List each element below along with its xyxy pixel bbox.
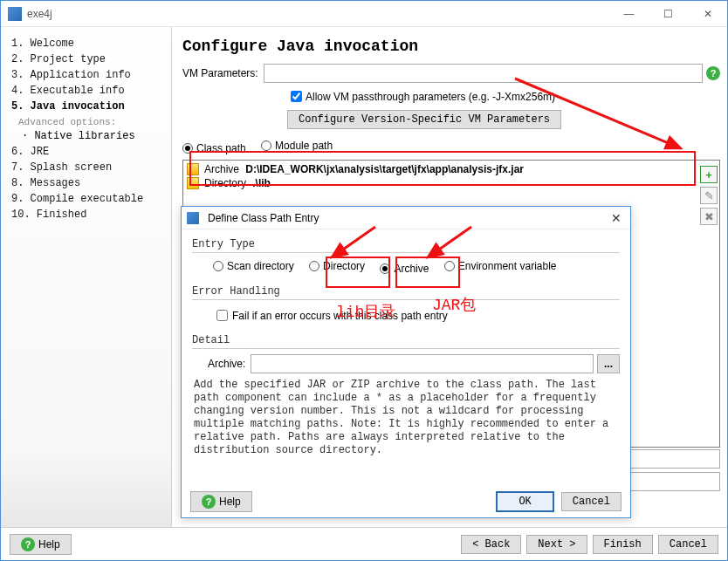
entry-type-scan-radio[interactable]: Scan directory (213, 260, 294, 272)
configure-version-params-button[interactable]: Configure Version-Specific VM Parameters (287, 110, 561, 129)
wizard-sidebar: 1. Welcome 2. Project type 3. Applicatio… (1, 27, 171, 527)
annotation-archive-box (395, 257, 460, 288)
dialog-help-button[interactable]: ?Help (190, 491, 252, 512)
app-icon (8, 7, 22, 21)
help-icon[interactable]: ? (706, 66, 720, 80)
vm-parameters-input[interactable] (264, 64, 703, 83)
sidebar-native-libraries[interactable]: · Native libraries (8, 128, 168, 144)
sidebar-step-8[interactable]: 8. Messages (11, 175, 168, 191)
browse-archive-button[interactable]: ... (597, 354, 620, 373)
dialog-title: Define Class Path Entry (204, 212, 608, 224)
sidebar-step-3[interactable]: 3. Application info (11, 67, 168, 83)
archive-field-label: Archive: (208, 358, 245, 370)
sidebar-step-10[interactable]: 10. Finished (11, 207, 168, 222)
sidebar-step-2[interactable]: 2. Project type (11, 51, 168, 67)
allow-passthrough-input[interactable] (291, 91, 302, 102)
allow-passthrough-label: Allow VM passthrough parameters (e.g. -J… (306, 91, 555, 103)
dialog-ok-button[interactable]: OK (496, 491, 553, 512)
edit-entry-button[interactable]: ✎ (700, 187, 718, 204)
titlebar: exe4j — ☐ ✕ (1, 1, 727, 27)
sidebar-step-9[interactable]: 9. Compile executable (11, 191, 168, 207)
help-button[interactable]: ?Help (10, 534, 72, 555)
modulepath-radio[interactable]: Module path (261, 140, 333, 152)
sidebar-step-1[interactable]: 1. Welcome (11, 36, 168, 51)
dialog-close-button[interactable]: ✕ (608, 209, 625, 227)
maximize-button[interactable]: ☐ (649, 1, 688, 27)
detail-label: Detail (192, 334, 620, 346)
add-entry-button[interactable]: + (700, 166, 718, 183)
dialog-icon (187, 212, 199, 224)
back-button[interactable]: < Back (461, 535, 521, 554)
finish-button[interactable]: Finish (593, 535, 653, 554)
sidebar-step-6[interactable]: 6. JRE (11, 144, 168, 160)
annotation-classpath-box (189, 151, 696, 186)
vm-parameters-label: VM Parameters: (182, 67, 258, 79)
wizard-button-bar: ?Help < Back Next > Finish Cancel (1, 527, 727, 560)
close-button[interactable]: ✕ (688, 1, 727, 27)
window-title: exe4j (27, 8, 609, 20)
minimize-button[interactable]: — (609, 1, 649, 27)
entry-type-env-radio[interactable]: Environment variable (444, 260, 557, 272)
dialog-cancel-button[interactable]: Cancel (561, 492, 622, 511)
allow-passthrough-checkbox[interactable]: Allow VM passthrough parameters (e.g. -J… (287, 88, 720, 105)
define-classpath-entry-dialog: Define Class Path Entry ✕ Entry Type Sca… (181, 206, 631, 518)
sidebar-step-7[interactable]: 7. Splash screen (11, 160, 168, 175)
next-button[interactable]: Next > (526, 535, 587, 554)
cancel-button[interactable]: Cancel (658, 535, 718, 554)
annotation-directory-box (326, 257, 390, 288)
fail-checkbox-input[interactable] (216, 310, 228, 321)
sidebar-step-5[interactable]: 5. Java invocation (11, 99, 168, 114)
entry-type-label: Entry Type (192, 238, 620, 250)
sidebar-step-4[interactable]: 4. Executable info (11, 83, 168, 99)
page-title: Configure Java invocation (182, 38, 720, 55)
archive-path-input[interactable] (251, 354, 594, 373)
detail-description: Add the specified JAR or ZIP archive to … (192, 373, 620, 457)
delete-entry-button[interactable]: ✖ (700, 208, 718, 225)
advanced-options-label: Advanced options: (8, 114, 168, 128)
fail-checkbox[interactable]: Fail if an error occurs with this class … (213, 307, 448, 324)
